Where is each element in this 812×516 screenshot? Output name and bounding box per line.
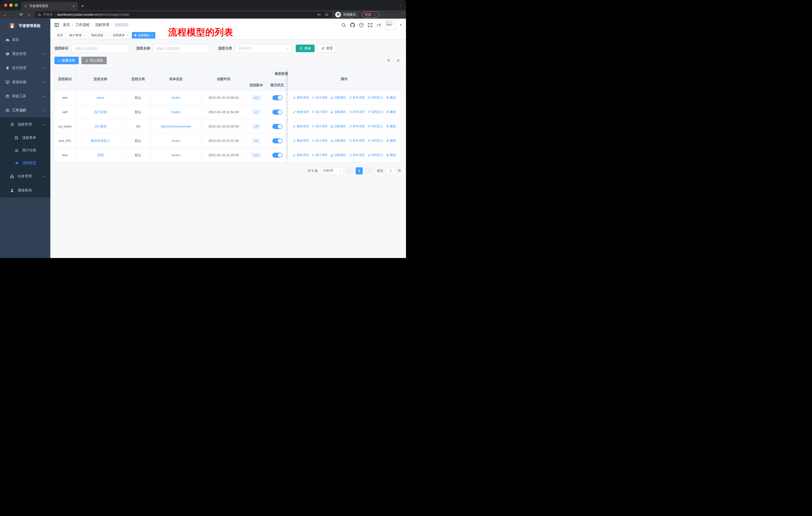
tag-close-icon[interactable]: × [126,34,128,37]
close-window-button[interactable] [4,3,7,7]
home-icon[interactable]: ⌂ [27,12,32,17]
sidebar-item-基础设施[interactable]: 基础设施 [0,75,50,89]
sidebar-item-流程模型[interactable]: 流程模型 [0,157,50,169]
active-toggle[interactable] [272,95,283,100]
action-修改流程[interactable]: 修改流程 [293,139,309,143]
sidebar-item-请假查询[interactable]: 请假查询 [0,184,50,197]
minimize-window-button[interactable] [9,3,12,7]
action-设计流程[interactable]: 设计流程 [312,124,327,129]
form-info-link[interactable]: biubiu [172,96,180,100]
action-流程定义[interactable]: 流程定义 [368,110,383,114]
action-发布流程[interactable]: 发布流程 [349,153,365,157]
app-logo[interactable]: 芋道管理系统 [0,19,50,33]
action-修改流程[interactable]: 修改流程 [293,124,309,129]
tag-流程模型[interactable]: 流程模型× [132,32,155,38]
sidebar-item-任务管理[interactable]: 任务管理 [0,169,50,184]
sidebar-fold-icon[interactable] [54,23,59,27]
action-发布流程[interactable]: 发布流程 [349,124,365,129]
action-删除[interactable]: 删除 [386,139,396,143]
sidebar-item-流程表单[interactable]: 流程表单 [0,132,50,144]
reset-button[interactable]: 重置 [318,45,337,52]
address-bar[interactable]: 不安全 dashboard.yudao.iocoder.cn/bpm/manag… [35,11,332,18]
action-流程定义[interactable]: 流程定义 [368,124,383,129]
form-info-link[interactable]: biubiu [172,110,180,114]
forward-icon[interactable]: → [10,12,16,17]
action-分配规则[interactable]: 分配规则 [330,153,346,157]
sidebar-item-流程管理[interactable]: 流程管理 [0,117,50,132]
version-tag[interactable]: v17 [251,95,261,100]
action-删除[interactable]: 删除 [386,96,396,100]
action-修改流程[interactable]: 修改流程 [293,96,309,100]
tag-租户管理[interactable]: 租户管理× [67,32,87,38]
action-设计流程[interactable]: 设计流程 [312,153,327,157]
form-info-link[interactable]: /bpm/oa/leave/create [161,125,191,128]
action-发布流程[interactable]: 发布流程 [349,96,365,100]
action-流程定义[interactable]: 流程定义 [368,153,383,157]
action-流程定义[interactable]: 流程定义 [368,96,383,100]
action-分配规则[interactable]: 分配规则 [330,139,346,143]
process-name-link[interactable]: eeee [97,96,104,100]
tab-search-chevron-icon[interactable]: ⌄ [399,3,402,7]
version-tag[interactable]: v21 [251,153,261,158]
create-process-button[interactable]: +新建流程 [54,57,79,64]
goto-page-input[interactable]: 1 [386,167,396,174]
action-删除[interactable]: 删除 [386,153,396,157]
breadcrumb-item[interactable]: 工作流程 [76,23,90,27]
github-icon[interactable] [350,23,355,27]
process-name-input[interactable] [156,47,207,50]
action-发布流程[interactable]: 发布流程 [349,110,365,114]
sidebar-item-研发工具[interactable]: 研发工具 [0,89,50,103]
tag-我的流程[interactable]: 我的流程× [89,32,109,38]
password-key-icon[interactable] [317,12,321,17]
sidebar-item-支付管理[interactable]: ¥支付管理 [0,61,50,75]
browser-tab[interactable]: 芋道管理系统 × [21,2,78,10]
import-process-button[interactable]: 导入流程 [81,57,107,64]
action-删除[interactable]: 删除 [386,124,396,129]
fontsize-icon[interactable]: TT [377,23,381,27]
fullscreen-icon[interactable] [368,23,373,27]
action-分配规则[interactable]: 分配规则 [330,110,346,114]
process-name-link[interactable]: 测试多审批人 [91,139,110,143]
search-icon[interactable] [341,23,346,27]
search-button[interactable]: 搜索 [296,45,315,52]
action-流程定义[interactable]: 流程定义 [368,139,383,143]
refresh-table-button[interactable] [395,57,402,64]
sidebar-item-工作流程[interactable]: 工作流程 [0,103,50,117]
process-key-input[interactable] [75,47,125,50]
action-分配规则[interactable]: 分配规则 [330,96,346,100]
version-tag[interactable]: v5 [252,124,261,129]
action-修改流程[interactable]: 修改流程 [293,110,309,114]
sidebar-item-用户分组[interactable]: 用户分组 [0,144,50,157]
process-name-link[interactable]: 自己审批 [94,110,107,114]
question-icon[interactable]: ? [359,23,364,27]
breadcrumb-item[interactable]: 流程管理 [95,23,109,27]
new-tab-button[interactable]: + [81,3,84,9]
active-toggle[interactable] [272,124,283,129]
action-设计流程[interactable]: 设计流程 [312,139,327,143]
action-修改流程[interactable]: 修改流程 [293,153,309,157]
active-toggle[interactable] [272,138,283,143]
action-删除[interactable]: 删除 [386,110,396,114]
avatar-caret-down-icon[interactable]: ▼ [400,24,402,26]
category-select[interactable]: 流程分类∨ [235,44,292,53]
window-controls[interactable] [4,3,18,7]
avatar[interactable] [385,20,396,30]
page-size-select[interactable]: 10条/页∨ [320,167,344,174]
browser-menu-icon[interactable]: ⋮ [373,12,377,17]
tag-close-icon[interactable]: × [83,34,85,37]
process-name-link[interactable]: OA 请假 [94,125,107,128]
action-设计流程[interactable]: 设计流程 [312,110,327,114]
next-page-button[interactable]: › [365,167,372,174]
tag-首页[interactable]: 首页 [54,32,65,38]
breadcrumb-item[interactable]: 首页 [63,23,70,27]
action-分配规则[interactable]: 分配规则 [330,124,346,129]
reload-icon[interactable]: ⟳ [19,12,24,17]
update-button[interactable]: 更新 ⋮ [362,11,379,18]
sidebar-item-系统管理[interactable]: 系统管理 [0,47,50,61]
show-search-toggle-button[interactable] [385,57,393,64]
prev-page-button[interactable]: ‹ [346,167,353,174]
form-info-link[interactable]: biubiu [172,153,180,157]
zoom-window-button[interactable] [14,3,18,7]
active-toggle[interactable] [272,110,283,115]
tag-close-icon[interactable]: × [151,34,153,37]
